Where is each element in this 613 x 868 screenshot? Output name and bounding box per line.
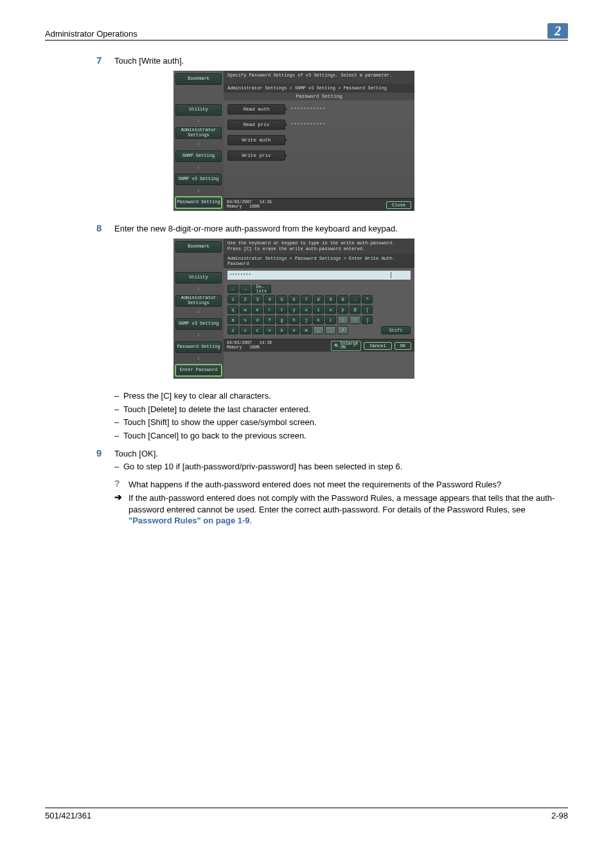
enter-password-button[interactable]: Enter Password bbox=[175, 365, 222, 376]
enlarge-button[interactable]: 🔍Enlarge ON bbox=[331, 341, 361, 351]
instruction-text: Use the keyboard or keypad to type in th… bbox=[224, 239, 414, 254]
key[interactable]: 6 bbox=[289, 295, 299, 303]
password-setting-button[interactable]: Password Setting bbox=[175, 197, 222, 208]
key[interactable]: t bbox=[276, 305, 287, 314]
key[interactable]: 3 bbox=[252, 295, 263, 303]
key[interactable]: 7 bbox=[301, 295, 312, 303]
key[interactable]: : bbox=[350, 316, 360, 324]
step-8-notes: Press the [C] key to clear all character… bbox=[114, 390, 568, 441]
key[interactable]: i bbox=[313, 305, 324, 314]
arrow-down-icon: ↓ bbox=[194, 308, 203, 314]
key[interactable]: w bbox=[240, 305, 251, 314]
key[interactable]: - bbox=[350, 295, 360, 303]
bookmark-button[interactable]: Bookmark bbox=[175, 73, 222, 85]
key[interactable]: 2 bbox=[240, 295, 251, 303]
cancel-button[interactable]: Cancel bbox=[364, 342, 391, 350]
key[interactable]: f bbox=[264, 316, 275, 324]
key[interactable]: 9 bbox=[325, 295, 336, 303]
key[interactable]: c bbox=[252, 326, 263, 334]
key[interactable]: ] bbox=[362, 316, 373, 324]
arrow-right-icon: ➔ bbox=[114, 493, 123, 527]
keyboard-row-4: z x c v b n m , . / Shift bbox=[227, 326, 411, 334]
key[interactable]: m bbox=[301, 326, 312, 334]
footer-model: 501/421/361 bbox=[45, 811, 91, 820]
close-button[interactable]: Close bbox=[386, 201, 411, 209]
password-input[interactable]: ******** bbox=[227, 271, 411, 280]
key[interactable]: 4 bbox=[264, 295, 275, 303]
delete-key[interactable]: De- lete bbox=[252, 285, 271, 293]
key[interactable]: . bbox=[325, 326, 336, 334]
shift-key[interactable]: Shift bbox=[381, 326, 411, 334]
key[interactable]: n bbox=[289, 326, 299, 334]
arrow-down-icon: ↓ bbox=[194, 354, 203, 361]
magnifier-icon: 🔍 bbox=[334, 343, 339, 348]
step-9-number: 9 bbox=[96, 448, 114, 458]
key[interactable]: j bbox=[301, 316, 312, 324]
arrow-right-key[interactable]: → bbox=[240, 285, 251, 293]
key[interactable]: / bbox=[337, 326, 348, 334]
key[interactable]: k bbox=[313, 316, 324, 324]
read-priv-value: *********** bbox=[290, 122, 326, 127]
step-8-number: 8 bbox=[96, 222, 114, 233]
foot-time: 14:36 bbox=[260, 341, 272, 345]
question-item: ? What happens if the auth-password ente… bbox=[114, 479, 568, 491]
ok-button[interactable]: OK bbox=[395, 342, 411, 350]
arrow-down-icon: ↓ bbox=[194, 285, 203, 291]
write-auth-button[interactable]: Write auth bbox=[227, 135, 285, 145]
key[interactable]: a bbox=[227, 316, 238, 324]
key[interactable]: e bbox=[252, 305, 263, 314]
admin-settings-button[interactable]: Administrator Settings bbox=[175, 127, 222, 139]
utility-button[interactable]: Utility bbox=[175, 104, 222, 116]
step-9-text: Touch [OK]. bbox=[114, 448, 158, 458]
read-auth-value: *********** bbox=[290, 107, 326, 112]
footer-page-number: 2-98 bbox=[551, 811, 568, 820]
snmp-setting-button[interactable]: SNMP Setting bbox=[175, 150, 222, 162]
key[interactable]: u bbox=[301, 305, 312, 314]
key[interactable]: s bbox=[240, 316, 251, 324]
key[interactable]: g bbox=[276, 316, 287, 324]
key[interactable]: 5 bbox=[276, 295, 287, 303]
write-priv-button[interactable]: Write priv bbox=[227, 150, 285, 161]
key[interactable]: d bbox=[252, 316, 263, 324]
read-auth-button[interactable]: Read auth bbox=[227, 104, 285, 114]
key[interactable]: 8 bbox=[313, 295, 324, 303]
keyboard-row-1: 1 2 3 4 5 6 7 8 9 0 - ^ bbox=[227, 295, 411, 303]
keyboard-row-2: q w e r t y u i o p @ [ bbox=[227, 305, 411, 314]
password-rules-link[interactable]: "Password Rules" on page 1-9 bbox=[129, 516, 250, 525]
read-priv-button[interactable]: Read priv bbox=[227, 120, 285, 130]
utility-button[interactable]: Utility bbox=[175, 272, 222, 284]
key[interactable]: ; bbox=[337, 316, 348, 324]
key[interactable]: h bbox=[289, 316, 299, 324]
arrow-left-key[interactable]: ← bbox=[227, 285, 238, 293]
screenshot-enter-password: Bookmark Utility ↓ Administrator Setting… bbox=[173, 239, 414, 379]
admin-settings-button[interactable]: Administrator Settings bbox=[175, 295, 222, 307]
step-7-text: Touch [Write auth]. bbox=[114, 55, 184, 66]
screenshot-password-setting: Bookmark Utility ↓ Administrator Setting… bbox=[173, 71, 414, 211]
key[interactable]: , bbox=[313, 326, 324, 334]
bookmark-button[interactable]: Bookmark bbox=[175, 241, 222, 253]
list-item: Touch [Delete] to delete the last charac… bbox=[114, 404, 568, 415]
snmp-v3-setting-button[interactable]: SNMP v3 Setting bbox=[175, 174, 222, 185]
password-setting-button[interactable]: Password Setting bbox=[175, 341, 222, 353]
key[interactable]: 1 bbox=[227, 295, 238, 303]
list-item: Press the [C] key to clear all character… bbox=[114, 390, 568, 402]
key[interactable]: x bbox=[240, 326, 251, 334]
key[interactable]: r bbox=[264, 305, 275, 314]
key[interactable]: ^ bbox=[362, 295, 373, 303]
foot-time: 14:35 bbox=[260, 200, 272, 204]
key[interactable]: 0 bbox=[337, 295, 348, 303]
key[interactable]: [ bbox=[362, 305, 373, 314]
keyboard-row-3: a s d f g h j k l ; : ] bbox=[227, 316, 411, 324]
list-item: Touch [Cancel] to go back to the previou… bbox=[114, 430, 568, 442]
key[interactable]: z bbox=[227, 326, 238, 334]
key[interactable]: p bbox=[337, 305, 348, 314]
key[interactable]: l bbox=[325, 316, 336, 324]
key[interactable]: o bbox=[325, 305, 336, 314]
key[interactable]: v bbox=[264, 326, 275, 334]
key[interactable]: b bbox=[276, 326, 287, 334]
arrow-down-icon: ↓ bbox=[194, 163, 203, 170]
snmp-v3-setting-button[interactable]: SNMP v3 Setting bbox=[175, 318, 222, 330]
key[interactable]: q bbox=[227, 305, 238, 314]
key[interactable]: y bbox=[289, 305, 299, 314]
key[interactable]: @ bbox=[350, 305, 360, 314]
